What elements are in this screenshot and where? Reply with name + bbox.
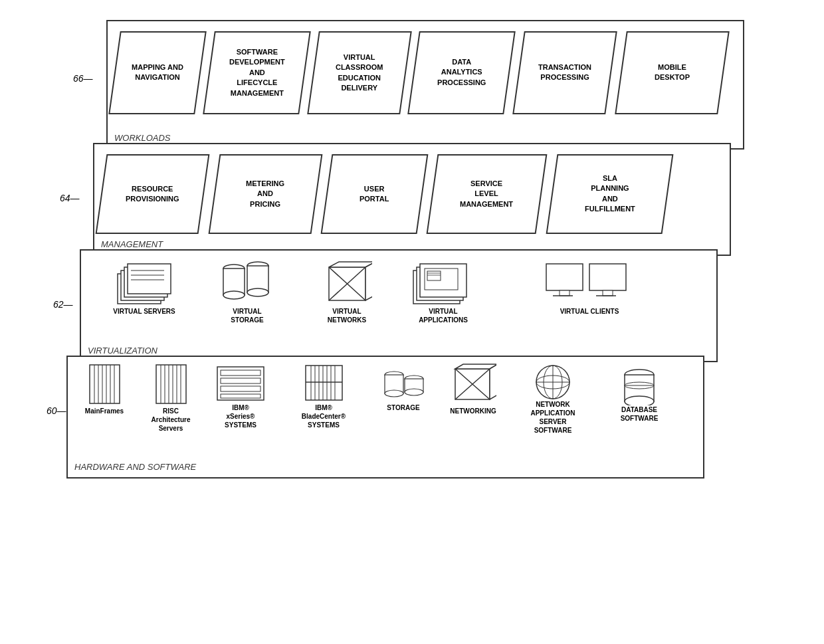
virtual-clients-item: VIRTUAL CLIENTS	[540, 261, 639, 316]
ibm-xseries-item: IBM®xSeries®SYSTEMS	[207, 364, 274, 429]
svg-rect-29	[603, 290, 613, 296]
risc-item: RISCArchitectureServers	[141, 364, 201, 433]
ref-66: 66—	[73, 73, 93, 84]
svg-point-77	[625, 396, 654, 405]
virtual-storage-item: VIRTUALSTORAGE	[214, 261, 280, 324]
mobile-desktop-label: MOBILEDESKTOP	[655, 62, 690, 83]
database-software-icon	[621, 367, 658, 405]
svg-marker-17	[365, 262, 372, 300]
virtual-servers-icon	[114, 261, 174, 307]
metering-pricing-label: METERINGANDPRICING	[246, 179, 284, 209]
resource-provisioning-label: RESOURCEPROVISIONING	[126, 184, 179, 205]
svg-rect-3	[128, 264, 171, 294]
transaction-processing-label: TRANSACTIONPROCESSING	[538, 62, 591, 83]
service-level-mgmt-box: SERVICELEVELMANAGEMENT	[427, 154, 548, 234]
virtual-servers-label: VIRTUAL SERVERS	[113, 307, 175, 316]
data-analytics-label: DATAANALYTICSPROCESSING	[437, 57, 486, 88]
user-portal-label: USERPORTAL	[360, 184, 389, 205]
svg-point-61	[385, 390, 403, 397]
networking-label: NETWORKING	[450, 407, 496, 415]
database-software-item: DATABASESOFTWARE	[606, 367, 672, 423]
database-software-label: DATABASESOFTWARE	[621, 405, 659, 423]
risc-icon	[153, 364, 189, 407]
software-dev-box: SOFTWAREDEVELOPMENTANDLIFECYCLEMANAGEMEN…	[203, 31, 311, 114]
ibm-xseries-icon	[214, 364, 267, 403]
risc-label: RISCArchitectureServers	[152, 407, 191, 433]
svg-marker-16	[329, 262, 372, 267]
ref-60: 60—	[47, 405, 66, 416]
virtual-apps-label: VIRTUALAPPLICATIONS	[419, 307, 468, 324]
virtual-apps-icon	[410, 261, 476, 307]
virtual-networks-item: VIRTUALNETWORKS	[314, 261, 380, 324]
sla-planning-label: SLAPLANNINGANDFULFILLMENT	[585, 173, 635, 215]
networking-item: NETWORKING	[443, 364, 503, 415]
virtual-clients-icon	[543, 261, 636, 307]
virtual-clients-label: VIRTUAL CLIENTS	[560, 307, 619, 316]
network-app-server-icon	[532, 364, 575, 400]
svg-rect-46	[221, 370, 260, 376]
ibm-xseries-label: IBM®xSeries®SYSTEMS	[225, 403, 257, 429]
svg-point-12	[247, 288, 268, 296]
sla-planning-box: SLAPLANNINGANDFULFILLMENT	[546, 154, 674, 234]
svg-marker-69	[490, 364, 496, 399]
svg-rect-28	[589, 264, 626, 290]
network-app-server-label: NETWORKAPPLICATIONSERVERSOFTWARE	[530, 400, 575, 435]
mobile-desktop-box: MOBILEDESKTOP	[615, 31, 730, 114]
mapping-navigation-label: MAPPING AND NAVIGATION	[116, 62, 199, 83]
service-level-mgmt-label: SERVICELEVELMANAGEMENT	[460, 179, 513, 209]
workloads-layer: MAPPING AND NAVIGATION SOFTWAREDEVELOPME…	[106, 20, 744, 150]
virtual-apps-item: VIRTUALAPPLICATIONS	[400, 261, 486, 324]
ibm-bladecenter-label: IBM®BladeCenter®SYSTEMS	[302, 403, 346, 429]
diagram-container: MAPPING AND NAVIGATION SOFTWAREDEVELOPME…	[66, 20, 764, 605]
ibm-bladecenter-icon	[302, 364, 346, 403]
svg-rect-26	[560, 290, 569, 296]
svg-point-64	[405, 389, 423, 395]
svg-rect-22	[427, 271, 441, 280]
ibm-bladecenter-item: IBM®BladeCenter®SYSTEMS	[287, 364, 360, 429]
virtual-networks-icon	[322, 261, 372, 307]
virtual-classroom-label: VIRTUALCLASSROOMEDUCATIONDELIVERY	[336, 53, 383, 94]
mainframes-item: MainFrames	[74, 364, 134, 415]
mapping-navigation-box: MAPPING AND NAVIGATION	[108, 31, 207, 114]
virtual-storage-icon	[219, 261, 276, 307]
svg-rect-49	[221, 394, 260, 398]
mainframes-icon	[86, 364, 123, 407]
svg-rect-48	[221, 386, 260, 391]
virtualization-label: VIRTUALIZATION	[88, 346, 157, 356]
user-portal-box: USERPORTAL	[321, 154, 429, 234]
network-app-server-item: NETWORKAPPLICATIONSERVERSOFTWARE	[520, 364, 586, 435]
virtual-storage-label: VIRTUALSTORAGE	[231, 307, 263, 324]
transaction-processing-box: TRANSACTIONPROCESSING	[512, 31, 617, 114]
virtualization-layer: VIRTUAL SERVERS VIRTUALSTORAGE	[80, 249, 718, 362]
storage-item: STORAGE	[377, 367, 430, 412]
storage-label: STORAGE	[387, 403, 419, 412]
data-analytics-box: DATAANALYTICSPROCESSING	[407, 31, 516, 114]
metering-pricing-box: METERINGANDPRICING	[209, 154, 323, 234]
virtual-classroom-box: VIRTUALCLASSROOMEDUCATIONDELIVERY	[307, 31, 412, 114]
ref-64: 64—	[60, 193, 80, 203]
hardware-layer: MainFrames RISCArchitectureServers	[66, 356, 704, 479]
hardware-label: HARDWARE AND SOFTWARE	[74, 462, 196, 472]
software-dev-label: SOFTWAREDEVELOPMENTANDLIFECYCLEMANAGEMEN…	[229, 47, 285, 98]
svg-rect-47	[221, 378, 260, 383]
svg-rect-25	[546, 264, 583, 290]
virtual-servers-item: VIRTUAL SERVERS	[101, 261, 187, 316]
svg-point-9	[223, 291, 245, 299]
virtual-networks-label: VIRTUALNETWORKS	[328, 307, 366, 324]
management-label: MANAGEMENT	[101, 239, 163, 249]
workloads-label: WORKLOADS	[114, 133, 171, 143]
ref-62: 62—	[53, 299, 73, 310]
resource-provisioning-box: RESOURCEPROVISIONING	[96, 154, 210, 234]
storage-icon	[382, 367, 425, 403]
networking-icon	[450, 364, 496, 407]
management-layer: RESOURCEPROVISIONING METERINGANDPRICING …	[93, 143, 731, 256]
mainframes-label: MainFrames	[85, 407, 124, 415]
